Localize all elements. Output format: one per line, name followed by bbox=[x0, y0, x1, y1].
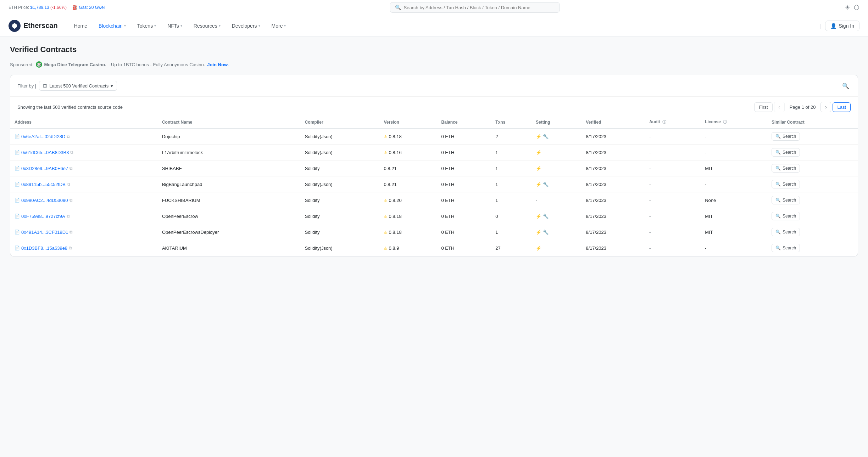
filter-row: Filter by | ⊞ Latest 500 Verified Contra… bbox=[17, 81, 117, 91]
similar-search-button[interactable]: 🔍Search bbox=[772, 244, 800, 252]
sponsor-cta-link[interactable]: Join Now. bbox=[207, 62, 229, 67]
nav-developers[interactable]: Developers ▾ bbox=[227, 20, 265, 32]
sign-in-button[interactable]: 👤 Sign In bbox=[825, 21, 859, 31]
copy-icon[interactable]: ⧉ bbox=[67, 214, 70, 219]
cell-similar: 🔍Search bbox=[767, 240, 858, 256]
cell-balance: 0 ETH bbox=[437, 192, 491, 208]
file-icon: 📄 bbox=[15, 166, 20, 171]
cell-similar: 🔍Search bbox=[767, 145, 858, 160]
file-icon: 📄 bbox=[15, 198, 20, 203]
cell-audit: - bbox=[645, 145, 701, 160]
nav-right: | 👤 Sign In bbox=[818, 21, 859, 31]
bolt-icon: ⚡ bbox=[536, 134, 541, 139]
file-icon: 📄 bbox=[15, 214, 20, 219]
warning-icon: ⚠ bbox=[384, 198, 388, 203]
cell-contract-name: OpenPeerEscrow bbox=[158, 208, 301, 224]
copy-icon[interactable]: ⧉ bbox=[67, 182, 70, 187]
similar-search-button[interactable]: 🔍Search bbox=[772, 164, 800, 173]
copy-icon[interactable]: ⧉ bbox=[69, 198, 73, 203]
address-link[interactable]: 0x3D28e9...9AB0E6e7 bbox=[21, 166, 68, 171]
nav-more[interactable]: More ▾ bbox=[267, 20, 291, 32]
warning-icon: ⚠ bbox=[384, 150, 388, 155]
col-version: Version bbox=[379, 116, 437, 129]
similar-search-button[interactable]: 🔍Search bbox=[772, 212, 800, 220]
address-link[interactable]: 0x1D3BF8...15a639e8 bbox=[21, 246, 67, 251]
contracts-table: Address Contract Name Compiler Version B… bbox=[10, 116, 858, 256]
address-link[interactable]: 0x980AC2...4dD53090 bbox=[21, 198, 68, 203]
similar-search-button[interactable]: 🔍Search bbox=[772, 132, 800, 141]
cell-version: ⚠0.8.18 bbox=[379, 129, 437, 145]
file-icon: 📄 bbox=[15, 150, 20, 155]
col-audit: Audit ⓘ bbox=[645, 116, 701, 129]
col-address: Address bbox=[10, 116, 158, 129]
cell-txns: 2 bbox=[491, 129, 532, 145]
cell-address: 📄0x3D28e9...9AB0E6e7⧉ bbox=[10, 160, 158, 176]
nav-tokens[interactable]: Tokens ▾ bbox=[132, 20, 161, 32]
next-page-button[interactable]: › bbox=[820, 102, 831, 112]
prev-page-button[interactable]: ‹ bbox=[774, 102, 785, 112]
cell-similar: 🔍Search bbox=[767, 176, 858, 192]
copy-icon[interactable]: ⧉ bbox=[70, 150, 73, 155]
copy-icon[interactable]: ⧉ bbox=[69, 246, 72, 250]
copy-icon[interactable]: ⧉ bbox=[69, 230, 73, 235]
cell-setting: ⚡🔧 bbox=[532, 208, 582, 224]
topbar: ETH Price: $1,789.13 (-1.66%) ⛽ Gas: 20 … bbox=[0, 0, 868, 15]
filter-select[interactable]: ⊞ Latest 500 Verified Contracts ▾ bbox=[39, 81, 117, 91]
search-bar[interactable]: 🔍 bbox=[390, 2, 560, 13]
copy-icon[interactable]: ⧉ bbox=[69, 166, 73, 171]
cell-address: 📄0x491A14...3CF019D1⧉ bbox=[10, 224, 158, 240]
eth-icon[interactable]: ⬡ bbox=[854, 4, 859, 11]
cell-compiler: Solidity(Json) bbox=[301, 129, 380, 145]
cell-txns: 1 bbox=[491, 192, 532, 208]
table-row: 📄0x980AC2...4dD53090⧉FUCKSHIBARIUMSolidi… bbox=[10, 192, 858, 208]
address-link[interactable]: 0x61dC65...0AB8D3B3 bbox=[21, 150, 69, 155]
cell-txns: 1 bbox=[491, 224, 532, 240]
theme-icon[interactable]: ☀ bbox=[845, 4, 850, 11]
similar-search-button[interactable]: 🔍Search bbox=[772, 148, 800, 157]
search-input[interactable] bbox=[404, 5, 555, 10]
sponsor-name: Mega Dice Telegram Casino. bbox=[44, 62, 106, 67]
table-row: 📄0x491A14...3CF019D1⧉OpenPeerEscrowsDepl… bbox=[10, 224, 858, 240]
cell-audit: - bbox=[645, 192, 701, 208]
nav-home[interactable]: Home bbox=[69, 20, 92, 32]
showing-text: Showing the last 500 verified contracts … bbox=[17, 105, 123, 110]
cell-audit: - bbox=[645, 224, 701, 240]
cell-verified: 8/17/2023 bbox=[582, 129, 645, 145]
address-link[interactable]: 0x491A14...3CF019D1 bbox=[21, 230, 68, 235]
cell-license: MIT bbox=[701, 160, 767, 176]
bolt-icon: ⚡ bbox=[536, 246, 541, 251]
cell-txns: 0 bbox=[491, 208, 532, 224]
search-btn-icon: 🔍 bbox=[775, 198, 781, 203]
similar-search-button[interactable]: 🔍Search bbox=[772, 228, 800, 236]
filter-value: Latest 500 Verified Contracts bbox=[49, 83, 108, 89]
last-page-button[interactable]: Last bbox=[833, 102, 851, 112]
cell-compiler: Solidity bbox=[301, 224, 380, 240]
cell-version: ⚠0.8.9 bbox=[379, 240, 437, 256]
cell-address: 📄0x6eA2af...02dDf28D⧉ bbox=[10, 129, 158, 145]
cell-verified: 8/17/2023 bbox=[582, 192, 645, 208]
cell-balance: 0 ETH bbox=[437, 145, 491, 160]
cell-license: - bbox=[701, 176, 767, 192]
nav-blockchain[interactable]: Blockchain ▾ bbox=[94, 20, 131, 32]
nav-resources[interactable]: Resources ▾ bbox=[189, 20, 226, 32]
cell-compiler: Solidity bbox=[301, 160, 380, 176]
address-link[interactable]: 0x89115b...55c52fDB bbox=[21, 182, 66, 187]
eth-price: ETH Price: $1,789.13 (-1.66%) bbox=[9, 5, 67, 10]
cell-address: 📄0xF75998...9727cf9A⧉ bbox=[10, 208, 158, 224]
similar-search-button[interactable]: 🔍Search bbox=[772, 196, 800, 204]
logo-icon bbox=[9, 20, 21, 32]
cell-compiler: Solidity bbox=[301, 208, 380, 224]
table-row: 📄0x61dC65...0AB8D3B3⧉L1ArbitrumTimelockS… bbox=[10, 145, 858, 160]
first-page-button[interactable]: First bbox=[754, 102, 772, 112]
card-search-icon[interactable]: 🔍 bbox=[841, 81, 851, 91]
warning-icon: ⚠ bbox=[384, 246, 388, 251]
search-btn-icon: 🔍 bbox=[775, 134, 781, 139]
file-icon: 📄 bbox=[15, 246, 20, 250]
address-link[interactable]: 0xF75998...9727cf9A bbox=[21, 214, 65, 219]
copy-icon[interactable]: ⧉ bbox=[67, 134, 70, 139]
cell-balance: 0 ETH bbox=[437, 129, 491, 145]
similar-search-button[interactable]: 🔍Search bbox=[772, 180, 800, 188]
logo[interactable]: Etherscan bbox=[9, 20, 58, 32]
nav-nfts[interactable]: NFTs ▾ bbox=[162, 20, 187, 32]
address-link[interactable]: 0x6eA2af...02dDf28D bbox=[21, 134, 65, 139]
